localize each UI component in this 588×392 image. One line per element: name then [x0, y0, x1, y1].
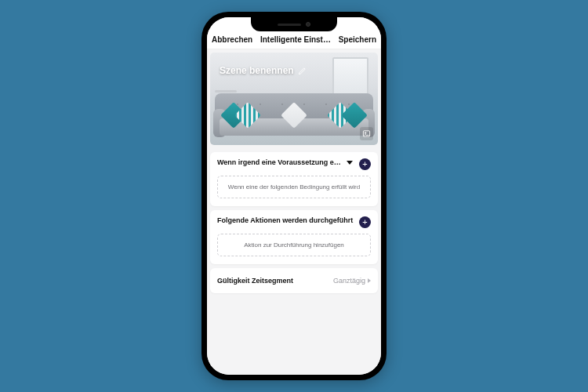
conditions-card: Wenn irgend eine Voraussetzung e… + Wenn…	[210, 152, 378, 206]
image-icon	[362, 129, 371, 138]
scene-name-label: Szene benennen	[220, 65, 294, 76]
chevron-right-icon	[368, 278, 371, 283]
content-scroll: Szene benennen	[207, 49, 381, 375]
page-title: Intelligente Einst…	[252, 35, 338, 44]
add-action-button[interactable]: +	[359, 216, 371, 228]
scene-hero-image: Szene benennen	[210, 53, 378, 145]
condition-placeholder-text: Wenn eine der folgenden Bedingung erfüll…	[228, 183, 360, 191]
add-condition-button[interactable]: +	[359, 158, 371, 170]
chevron-down-icon	[347, 161, 353, 165]
conditions-title: Wenn irgend eine Voraussetzung e…	[217, 158, 341, 167]
scene-name-field[interactable]: Szene benennen	[220, 65, 307, 76]
add-condition-placeholder[interactable]: Wenn eine der folgenden Bedingung erfüll…	[217, 176, 371, 198]
pencil-icon	[298, 67, 307, 75]
actions-title: Folgende Aktionen werden durchgeführt	[217, 216, 353, 225]
plus-icon: +	[362, 160, 367, 169]
add-action-placeholder[interactable]: Aktion zur Durchführung hinzufügen	[217, 234, 371, 256]
navbar: Abbrechen Intelligente Einst… Speichern	[207, 33, 381, 49]
actions-card: Folgende Aktionen werden durchgeführt + …	[210, 210, 378, 264]
validity-time-row[interactable]: Gültigkeit Zeitsegment Ganztägig	[210, 268, 378, 293]
cancel-button[interactable]: Abbrechen	[212, 35, 252, 44]
action-placeholder-text: Aktion zur Durchführung hinzufügen	[244, 241, 344, 249]
app-screen: Abbrechen Intelligente Einst… Speichern	[207, 17, 381, 375]
conditions-title-dropdown[interactable]: Wenn irgend eine Voraussetzung e…	[217, 158, 354, 167]
save-button[interactable]: Speichern	[339, 35, 376, 44]
svg-point-1	[365, 132, 365, 133]
validity-label: Gültigkeit Zeitsegment	[217, 277, 293, 285]
change-background-button[interactable]	[360, 127, 373, 140]
phone-notch	[251, 17, 337, 31]
phone-frame: Abbrechen Intelligente Einst… Speichern	[201, 12, 387, 380]
plus-icon: +	[362, 218, 367, 227]
validity-value: Ganztägig	[333, 277, 365, 285]
